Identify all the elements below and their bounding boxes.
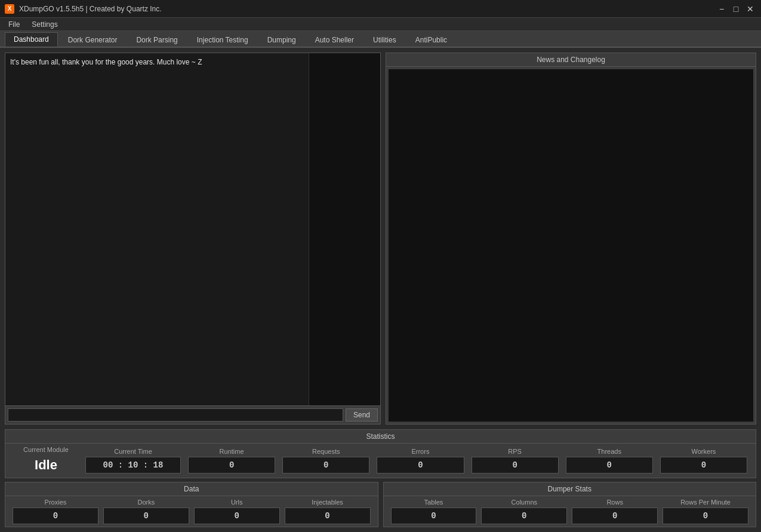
dumper-columns-value: 0 — [481, 508, 567, 524]
data-dorks: Dorks 0 — [103, 499, 189, 524]
news-panel: News and Changelog — [386, 53, 756, 425]
news-content — [389, 69, 753, 422]
data-injectables: Injectables 0 — [285, 499, 371, 524]
stat-current-module-label: Current Module — [23, 446, 69, 453]
tabbar: Dashboard Dork Generator Dork Parsing In… — [0, 31, 761, 48]
stat-current-time-value: 00 : 10 : 18 — [85, 457, 181, 473]
chat-messages-area: It's been fun all, thank you for the goo… — [5, 53, 380, 405]
stat-requests: Requests 0 — [282, 448, 369, 473]
tab-antipublic[interactable]: AntiPublic — [406, 33, 456, 47]
chat-send-button[interactable]: Send — [346, 408, 378, 422]
stat-errors-label: Errors — [411, 448, 429, 455]
stat-errors-value: 0 — [377, 457, 464, 473]
stat-threads-label: Threads — [597, 448, 621, 455]
stat-requests-value: 0 — [282, 457, 369, 473]
tab-dork-parsing[interactable]: Dork Parsing — [127, 33, 186, 47]
dumper-stats-row: Tables 0 Columns 0 Rows 0 Rows Per Minut… — [384, 496, 756, 527]
menu-file[interactable]: File — [2, 19, 26, 30]
tab-injection-testing[interactable]: Injection Testing — [188, 33, 257, 47]
dumper-rows-per-minute: Rows Per Minute 0 — [663, 499, 748, 524]
stat-errors: Errors 0 — [377, 448, 464, 473]
dumper-tables: Tables 0 — [391, 499, 477, 524]
dumper-rows-value: 0 — [572, 508, 658, 524]
titlebar-controls: − □ ✕ — [716, 3, 756, 15]
stat-requests-label: Requests — [312, 448, 340, 455]
stat-workers-value: 0 — [660, 457, 747, 473]
bottom-section: Data Proxies 0 Dorks 0 Urls 0 Injectable… — [5, 482, 756, 527]
stat-runtime-label: Runtime — [220, 448, 244, 455]
news-header: News and Changelog — [386, 53, 756, 67]
menu-settings[interactable]: Settings — [26, 19, 63, 30]
dumper-columns-label: Columns — [512, 499, 537, 506]
data-urls: Urls 0 — [194, 499, 280, 524]
stat-current-time-label: Current Time — [114, 448, 152, 455]
chat-users-list — [309, 53, 380, 405]
stat-runtime: Runtime 0 — [188, 448, 275, 473]
stat-rps-label: RPS — [508, 448, 522, 455]
tab-auto-sheller[interactable]: Auto Sheller — [306, 33, 363, 47]
data-dorks-value: 0 — [103, 508, 189, 524]
close-button[interactable]: ✕ — [744, 3, 756, 15]
dumper-stats-panel: Dumper Stats Tables 0 Columns 0 Rows 0 R… — [383, 482, 757, 527]
statistics-header: Statistics — [5, 430, 756, 444]
data-urls-value: 0 — [194, 508, 280, 524]
chat-input[interactable] — [8, 408, 343, 422]
maximize-button[interactable]: □ — [730, 3, 742, 15]
app-icon: X — [5, 4, 14, 14]
stat-runtime-value: 0 — [188, 457, 275, 473]
data-dorks-label: Dorks — [137, 499, 155, 506]
data-proxies-label: Proxies — [45, 499, 67, 506]
stat-current-time: Current Time 00 : 10 : 18 — [85, 448, 181, 473]
chat-input-row: Send — [5, 405, 380, 424]
statistics-section: Statistics Current Module Idle Current T… — [5, 429, 756, 478]
stat-workers-label: Workers — [692, 448, 716, 455]
stat-threads: Threads 0 — [566, 448, 653, 473]
dumper-stats-header: Dumper Stats — [384, 482, 756, 496]
dumper-rows-label: Rows — [606, 499, 623, 506]
chat-message: It's been fun all, thank you for the goo… — [10, 58, 202, 66]
stat-threads-value: 0 — [566, 457, 653, 473]
titlebar: X XDumpGO v1.5.5h5 | Created by Quartz I… — [0, 0, 761, 18]
dumper-tables-value: 0 — [391, 508, 477, 524]
menubar: File Settings — [0, 18, 761, 31]
dumper-rows-per-minute-label: Rows Per Minute — [680, 499, 731, 506]
stat-current-module: Current Module Idle — [10, 446, 82, 475]
data-proxies-value: 0 — [13, 508, 98, 524]
top-section: It's been fun all, thank you for the goo… — [5, 53, 756, 425]
stat-workers: Workers 0 — [660, 448, 747, 473]
data-row: Proxies 0 Dorks 0 Urls 0 Injectables 0 — [5, 496, 378, 527]
stat-rps: RPS 0 — [472, 448, 559, 473]
data-injectables-label: Injectables — [312, 499, 343, 506]
dumper-rows: Rows 0 — [572, 499, 658, 524]
titlebar-text: XDumpGO v1.5.5h5 | Created by Quartz Inc… — [19, 5, 162, 13]
main-content: It's been fun all, thank you for the goo… — [0, 48, 761, 532]
dumper-columns: Columns 0 — [481, 499, 567, 524]
dumper-rows-per-minute-value: 0 — [663, 508, 748, 524]
minimize-button[interactable]: − — [716, 3, 728, 15]
tab-utilities[interactable]: Utilities — [364, 33, 405, 47]
titlebar-title-group: X XDumpGO v1.5.5h5 | Created by Quartz I… — [5, 4, 162, 14]
stat-current-module-value: Idle — [32, 455, 60, 475]
data-urls-label: Urls — [231, 499, 243, 506]
statistics-row: Current Module Idle Current Time 00 : 10… — [5, 444, 756, 478]
tab-dashboard[interactable]: Dashboard — [5, 32, 58, 47]
stat-rps-value: 0 — [472, 457, 559, 473]
data-proxies: Proxies 0 — [13, 499, 98, 524]
dumper-tables-label: Tables — [424, 499, 443, 506]
chat-panel: It's been fun all, thank you for the goo… — [5, 53, 381, 425]
data-header: Data — [5, 482, 378, 496]
tab-dumping[interactable]: Dumping — [258, 33, 305, 47]
data-panel: Data Proxies 0 Dorks 0 Urls 0 Injectable… — [5, 482, 378, 527]
tab-dork-generator[interactable]: Dork Generator — [59, 33, 127, 47]
data-injectables-value: 0 — [285, 508, 371, 524]
chat-log: It's been fun all, thank you for the goo… — [5, 53, 309, 405]
